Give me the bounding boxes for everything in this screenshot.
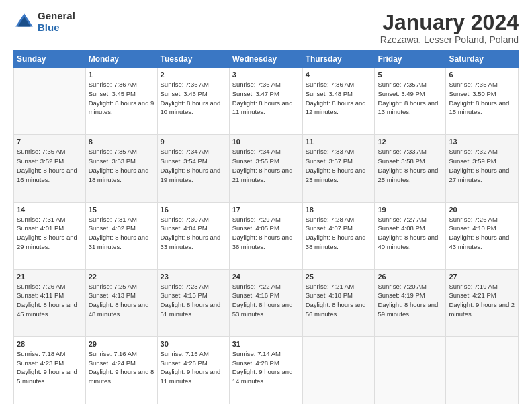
location: Rzezawa, Lesser Poland, Poland	[380, 34, 519, 45]
day-info: Sunrise: 7:15 AMSunset: 4:26 PMDaylight:…	[161, 349, 226, 386]
day-cell: 14Sunrise: 7:31 AMSunset: 4:01 PMDayligh…	[14, 202, 86, 269]
day-info: Sunrise: 7:32 AMSunset: 3:59 PMDaylight:…	[449, 147, 515, 184]
day-info: Sunrise: 7:14 AMSunset: 4:28 PMDaylight:…	[232, 349, 300, 386]
day-number: 24	[232, 273, 300, 281]
month-title: January 2024	[380, 11, 519, 34]
day-number: 4	[306, 71, 372, 79]
day-number: 29	[89, 340, 154, 348]
day-number: 28	[17, 340, 83, 348]
day-info: Sunrise: 7:30 AMSunset: 4:04 PMDaylight:…	[161, 215, 226, 252]
logo-blue: Blue	[38, 22, 75, 34]
header-day: Saturday	[446, 51, 519, 68]
week-row: 1Sunrise: 7:36 AMSunset: 3:45 PMDaylight…	[14, 68, 519, 135]
day-cell: 13Sunrise: 7:32 AMSunset: 3:59 PMDayligh…	[446, 135, 519, 202]
header-day: Friday	[375, 51, 446, 68]
week-row: 28Sunrise: 7:18 AMSunset: 4:23 PMDayligh…	[14, 336, 519, 404]
day-cell: 29Sunrise: 7:16 AMSunset: 4:24 PMDayligh…	[85, 336, 157, 404]
header-day: Monday	[85, 51, 157, 68]
day-info: Sunrise: 7:29 AMSunset: 4:05 PMDaylight:…	[232, 215, 300, 252]
day-info: Sunrise: 7:26 AMSunset: 4:11 PMDaylight:…	[17, 282, 83, 319]
header-row: SundayMondayTuesdayWednesdayThursdayFrid…	[14, 51, 519, 68]
day-cell: 30Sunrise: 7:15 AMSunset: 4:26 PMDayligh…	[157, 336, 229, 404]
day-cell: 6Sunrise: 7:35 AMSunset: 3:50 PMDaylight…	[446, 68, 519, 135]
day-info: Sunrise: 7:25 AMSunset: 4:13 PMDaylight:…	[89, 282, 154, 319]
day-info: Sunrise: 7:36 AMSunset: 3:45 PMDaylight:…	[89, 80, 154, 117]
day-number: 30	[161, 340, 226, 348]
day-number: 31	[232, 340, 300, 348]
day-cell: 10Sunrise: 7:34 AMSunset: 3:55 PMDayligh…	[229, 135, 302, 202]
day-info: Sunrise: 7:21 AMSunset: 4:18 PMDaylight:…	[306, 282, 372, 319]
day-number: 25	[306, 273, 372, 281]
day-info: Sunrise: 7:26 AMSunset: 4:10 PMDaylight:…	[449, 215, 515, 252]
day-cell: 21Sunrise: 7:26 AMSunset: 4:11 PMDayligh…	[14, 269, 86, 336]
day-number: 22	[89, 273, 154, 281]
day-cell	[14, 68, 86, 135]
day-cell	[446, 336, 519, 404]
day-number: 13	[449, 138, 515, 146]
day-cell: 27Sunrise: 7:19 AMSunset: 4:21 PMDayligh…	[446, 269, 519, 336]
day-number: 26	[378, 273, 443, 281]
header-day: Tuesday	[157, 51, 229, 68]
day-number: 9	[161, 138, 226, 146]
day-number: 17	[232, 205, 300, 214]
logo-text: General Blue	[38, 11, 75, 33]
day-number: 1	[89, 71, 154, 79]
day-info: Sunrise: 7:33 AMSunset: 3:57 PMDaylight:…	[306, 147, 372, 184]
day-number: 2	[161, 71, 226, 79]
day-info: Sunrise: 7:36 AMSunset: 3:46 PMDaylight:…	[161, 80, 226, 117]
week-row: 14Sunrise: 7:31 AMSunset: 4:01 PMDayligh…	[14, 202, 519, 269]
week-row: 21Sunrise: 7:26 AMSunset: 4:11 PMDayligh…	[14, 269, 519, 336]
day-info: Sunrise: 7:35 AMSunset: 3:49 PMDaylight:…	[378, 80, 443, 117]
title-block: January 2024 Rzezawa, Lesser Poland, Pol…	[380, 11, 519, 45]
day-cell: 4Sunrise: 7:36 AMSunset: 3:48 PMDaylight…	[302, 68, 375, 135]
day-number: 19	[378, 205, 443, 214]
day-cell: 20Sunrise: 7:26 AMSunset: 4:10 PMDayligh…	[446, 202, 519, 269]
day-number: 16	[161, 205, 226, 214]
day-info: Sunrise: 7:16 AMSunset: 4:24 PMDaylight:…	[89, 349, 154, 386]
day-number: 15	[89, 205, 154, 214]
logo-general: General	[38, 11, 75, 22]
day-number: 18	[306, 205, 372, 214]
day-cell: 24Sunrise: 7:22 AMSunset: 4:16 PMDayligh…	[229, 269, 302, 336]
day-info: Sunrise: 7:35 AMSunset: 3:52 PMDaylight:…	[17, 147, 83, 184]
day-number: 14	[17, 205, 83, 214]
header-day: Wednesday	[229, 51, 302, 68]
day-cell: 19Sunrise: 7:27 AMSunset: 4:08 PMDayligh…	[375, 202, 446, 269]
header-day: Sunday	[14, 51, 86, 68]
day-cell	[375, 336, 446, 404]
day-cell: 3Sunrise: 7:36 AMSunset: 3:47 PMDaylight…	[229, 68, 302, 135]
day-cell: 1Sunrise: 7:36 AMSunset: 3:45 PMDaylight…	[85, 68, 157, 135]
day-info: Sunrise: 7:19 AMSunset: 4:21 PMDaylight:…	[449, 282, 515, 319]
day-cell: 16Sunrise: 7:30 AMSunset: 4:04 PMDayligh…	[157, 202, 229, 269]
day-info: Sunrise: 7:34 AMSunset: 3:54 PMDaylight:…	[161, 147, 226, 184]
day-cell: 23Sunrise: 7:23 AMSunset: 4:15 PMDayligh…	[157, 269, 229, 336]
day-number: 7	[17, 138, 83, 146]
day-info: Sunrise: 7:27 AMSunset: 4:08 PMDaylight:…	[378, 215, 443, 252]
day-cell: 11Sunrise: 7:33 AMSunset: 3:57 PMDayligh…	[302, 135, 375, 202]
day-number: 5	[378, 71, 443, 79]
day-cell: 9Sunrise: 7:34 AMSunset: 3:54 PMDaylight…	[157, 135, 229, 202]
day-number: 6	[449, 71, 515, 79]
day-info: Sunrise: 7:28 AMSunset: 4:07 PMDaylight:…	[306, 215, 372, 252]
day-cell: 17Sunrise: 7:29 AMSunset: 4:05 PMDayligh…	[229, 202, 302, 269]
day-info: Sunrise: 7:22 AMSunset: 4:16 PMDaylight:…	[232, 282, 300, 319]
page: General Blue January 2024 Rzezawa, Lesse…	[0, 0, 532, 411]
header-day: Thursday	[302, 51, 375, 68]
day-number: 3	[232, 71, 300, 79]
day-cell: 25Sunrise: 7:21 AMSunset: 4:18 PMDayligh…	[302, 269, 375, 336]
day-info: Sunrise: 7:23 AMSunset: 4:15 PMDaylight:…	[161, 282, 226, 319]
header: General Blue January 2024 Rzezawa, Lesse…	[13, 11, 519, 45]
day-info: Sunrise: 7:18 AMSunset: 4:23 PMDaylight:…	[17, 349, 83, 386]
day-info: Sunrise: 7:34 AMSunset: 3:55 PMDaylight:…	[232, 147, 300, 184]
logo: General Blue	[13, 11, 75, 33]
day-cell: 8Sunrise: 7:35 AMSunset: 3:53 PMDaylight…	[85, 135, 157, 202]
day-info: Sunrise: 7:31 AMSunset: 4:01 PMDaylight:…	[17, 215, 83, 252]
day-cell: 31Sunrise: 7:14 AMSunset: 4:28 PMDayligh…	[229, 336, 302, 404]
day-cell: 7Sunrise: 7:35 AMSunset: 3:52 PMDaylight…	[14, 135, 86, 202]
day-cell: 12Sunrise: 7:33 AMSunset: 3:58 PMDayligh…	[375, 135, 446, 202]
day-info: Sunrise: 7:36 AMSunset: 3:47 PMDaylight:…	[232, 80, 300, 117]
day-cell: 2Sunrise: 7:36 AMSunset: 3:46 PMDaylight…	[157, 68, 229, 135]
day-cell: 26Sunrise: 7:20 AMSunset: 4:19 PMDayligh…	[375, 269, 446, 336]
calendar-table: SundayMondayTuesdayWednesdayThursdayFrid…	[13, 50, 519, 404]
day-cell: 15Sunrise: 7:31 AMSunset: 4:02 PMDayligh…	[85, 202, 157, 269]
